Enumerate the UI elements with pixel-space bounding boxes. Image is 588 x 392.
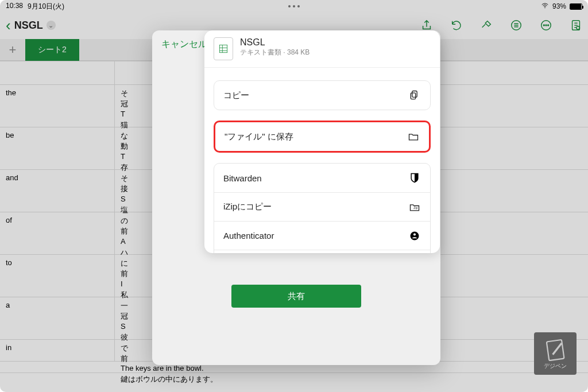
- file-spreadsheet-icon: [214, 37, 233, 60]
- folder-icon: [407, 130, 420, 143]
- svg-rect-14: [412, 91, 417, 98]
- action-authenticator[interactable]: Authenticator: [214, 221, 430, 250]
- bitwarden-icon: [408, 172, 421, 184]
- svg-point-18: [413, 233, 416, 235]
- popover-file-subtitle: テキスト書類 · 384 KB: [240, 48, 310, 57]
- svg-point-17: [411, 231, 419, 240]
- share-button[interactable]: 共有: [231, 285, 361, 308]
- cancel-button[interactable]: キャンセル: [161, 38, 207, 51]
- copy-icon: [408, 89, 421, 102]
- authenticator-icon: [408, 230, 421, 242]
- watermark: デジペン: [534, 332, 577, 375]
- popover-file-name: NSGL: [240, 37, 310, 48]
- svg-rect-15: [411, 93, 415, 99]
- action-save-to-files[interactable]: "ファイル" に保存: [215, 122, 429, 151]
- svg-text:Zip: Zip: [413, 206, 417, 209]
- action-copy[interactable]: コピー: [214, 81, 430, 110]
- activity-popover: NSGL テキスト書類 · 384 KB コピー "ファイル" に保存: [204, 30, 440, 253]
- zip-icon: Zip: [408, 201, 421, 214]
- svg-rect-13: [219, 45, 227, 52]
- action-bitwarden[interactable]: Bitwarden: [214, 164, 430, 192]
- action-amazon[interactable]: Amazon で商品を検索する: [214, 250, 430, 253]
- action-izip[interactable]: iZipにコピー Zip: [214, 192, 430, 221]
